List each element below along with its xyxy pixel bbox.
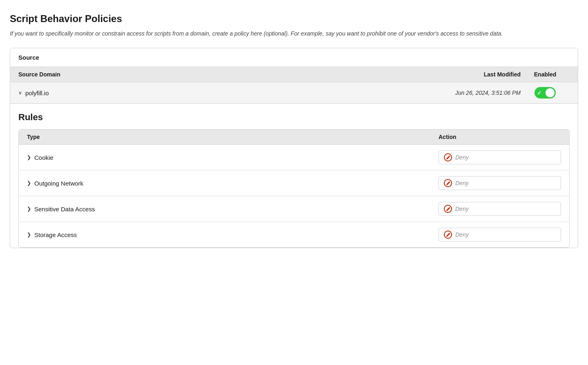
rules-table-header: Type Action [19,130,569,145]
chevron-right-icon[interactable]: ❯ [27,232,31,237]
rule-row-storage-access: ❯ Storage Access Deny [19,222,569,247]
sensitive-data-action-dropdown[interactable]: Deny [439,202,561,216]
deny-icon [444,205,452,213]
chevron-right-icon[interactable]: ❯ [27,206,31,212]
deny-icon [444,179,452,187]
storage-access-action-dropdown[interactable]: Deny [439,228,561,242]
toggle-track: ✓ [535,87,556,99]
rules-section: Rules Type Action ❯ Cookie Deny [10,104,578,248]
last-modified-column-header: Last Modified [423,71,521,78]
deny-icon [444,153,452,161]
rule-row-sensitive-data: ❯ Sensitive Data Access Deny [19,196,569,222]
source-card: Source Source Domain Last Modified Enabl… [10,48,578,248]
page-description: If you want to specifically monitor or c… [10,29,578,38]
rule-type-storage-access: ❯ Storage Access [27,231,439,238]
rule-type-label: Outgoing Network [34,180,83,187]
rule-type-label: Cookie [34,154,53,161]
action-column-header: Action [439,134,561,140]
rule-action-storage-access: Deny [439,228,561,242]
enabled-column-header: Enabled [521,71,570,78]
deny-label: Deny [455,231,469,238]
outgoing-network-action-dropdown[interactable]: Deny [439,176,561,190]
rule-type-label: Sensitive Data Access [34,206,95,213]
source-table-row: ∨ polyfill.io Jun 26, 2024, 3:51:06 PM ✓ [10,82,578,104]
toggle-knob [546,88,555,97]
rule-type-outgoing-network: ❯ Outgoing Network [27,180,439,187]
rules-card: Type Action ❯ Cookie Deny ❯ Ou [18,129,570,248]
deny-label: Deny [455,180,469,186]
deny-label: Deny [455,206,469,212]
chevron-right-icon[interactable]: ❯ [27,155,31,160]
domain-value: polyfill.io [25,90,49,96]
rule-type-sensitive-data: ❯ Sensitive Data Access [27,206,439,213]
toggle-check-icon: ✓ [537,90,541,96]
rule-type-cookie: ❯ Cookie [27,154,439,161]
page-title: Script Behavior Policies [10,13,578,25]
rule-action-outgoing-network: Deny [439,176,561,190]
deny-label: Deny [455,154,469,161]
chevron-down-icon[interactable]: ∨ [18,90,22,96]
rules-title: Rules [18,112,570,123]
deny-icon [444,231,452,239]
last-modified-value: Jun 26, 2024, 3:51:06 PM [423,90,521,96]
rule-row-outgoing-network: ❯ Outgoing Network Deny [19,170,569,196]
rule-row-cookie: ❯ Cookie Deny [19,145,569,170]
cookie-action-dropdown[interactable]: Deny [439,150,561,164]
enabled-toggle[interactable]: ✓ [535,87,556,99]
rule-action-sensitive-data: Deny [439,202,561,216]
rule-type-label: Storage Access [34,231,77,238]
source-table-header: Source Domain Last Modified Enabled [10,67,578,82]
enabled-cell: ✓ [521,87,570,99]
domain-cell: ∨ polyfill.io [18,90,423,96]
type-column-header: Type [27,134,439,140]
rule-action-cookie: Deny [439,150,561,164]
chevron-right-icon[interactable]: ❯ [27,180,31,186]
source-card-header: Source [10,48,578,67]
source-domain-column-header: Source Domain [18,71,423,78]
